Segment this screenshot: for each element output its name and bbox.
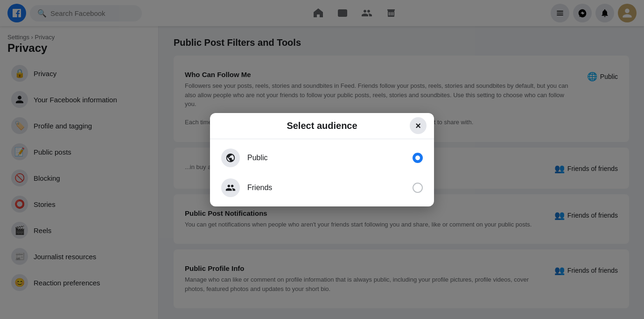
modal-close-button[interactable]: × (410, 117, 427, 134)
close-icon: × (415, 121, 421, 131)
public-audience-icon (221, 149, 240, 167)
select-audience-modal: Select audience × Public Friends (210, 113, 434, 206)
friends-audience-label: Friends (247, 184, 405, 192)
modal-header: Select audience × (210, 113, 434, 139)
friends-audience-option[interactable]: Friends (210, 173, 434, 203)
modal-body: Public Friends (210, 139, 434, 206)
public-audience-label: Public (247, 154, 405, 162)
modal-overlay[interactable]: Select audience × Public Friends (0, 0, 644, 319)
friends-audience-icon (221, 178, 240, 197)
public-audience-option[interactable]: Public (210, 143, 434, 173)
public-radio[interactable] (413, 153, 423, 163)
friends-radio[interactable] (413, 183, 423, 193)
modal-title: Select audience (287, 121, 357, 131)
